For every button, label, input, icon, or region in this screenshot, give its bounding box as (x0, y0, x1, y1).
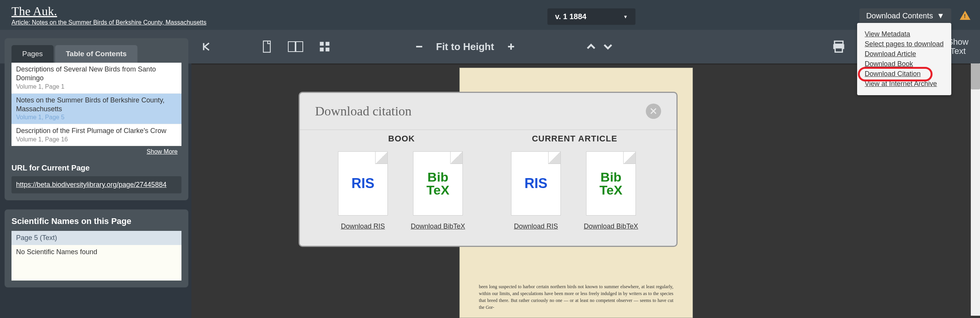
download-bibtex-link[interactable]: Download BibTeX (584, 222, 638, 230)
modal-title: Download citation (315, 104, 412, 118)
page-body-text: been long suspected to harbor certain no… (479, 283, 673, 311)
menu-view-metadata[interactable]: View Metadata (865, 30, 944, 38)
sci-page-label[interactable]: Page 5 (Text) (11, 231, 181, 245)
download-citation-modal: Download citation ✕ BOOK RIS Download RI… (299, 92, 678, 247)
print-icon[interactable] (831, 39, 846, 54)
sci-names-heading: Scientific Names on this Page (11, 216, 181, 226)
download-dropdown-menu: View Metadata Select pages to download D… (857, 23, 951, 95)
sci-none-msg: No Scientific Names found (11, 245, 181, 259)
file-icon[interactable]: BibTeX (413, 151, 463, 216)
page-url[interactable]: https://beta.biodiversitylibrary.org/pag… (11, 176, 181, 193)
book-column: BOOK RIS Download RIS BibTeX Download Bi… (315, 134, 488, 230)
download-ris-link[interactable]: Download RIS (514, 222, 558, 230)
header: The Auk. Article: Notes on the Summer Bi… (0, 0, 980, 30)
vertical-scrollbar[interactable] (971, 63, 980, 316)
svg-rect-3 (320, 42, 324, 46)
download-contents-button[interactable]: Download Contents ▼ (859, 8, 951, 23)
volume-selector[interactable]: v. 1 1884 ▼ (547, 8, 635, 25)
toc-title: Descriptions of Several New Birds from S… (16, 65, 177, 83)
svg-rect-12 (835, 48, 843, 52)
book-ris-item: RIS Download RIS (338, 151, 388, 230)
article-subtitle[interactable]: Article: Notes on the Summer Birds of Be… (11, 19, 206, 26)
toc-list[interactable]: Descriptions of Several New Birds from S… (11, 63, 181, 146)
bibtex-label: BibTeX (426, 170, 449, 196)
sidebar-tabs: Pages Table of Contents (11, 45, 181, 63)
book-heading: BOOK (315, 134, 488, 144)
bibtex-label: BibTeX (599, 170, 622, 196)
svg-rect-4 (326, 42, 330, 46)
article-ris-item: RIS Download RIS (511, 151, 561, 230)
title-block: The Auk. Article: Notes on the Summer Bi… (11, 4, 206, 26)
file-icon[interactable]: RIS (511, 151, 561, 216)
close-icon[interactable]: ✕ (646, 104, 661, 119)
journal-title[interactable]: The Auk. (11, 4, 206, 18)
tab-toc[interactable]: Table of Contents (55, 45, 137, 63)
svg-rect-10 (835, 41, 843, 44)
menu-select-pages[interactable]: Select pages to download (865, 40, 944, 48)
download-bibtex-link[interactable]: Download BibTeX (411, 222, 465, 230)
warning-icon[interactable] (960, 11, 970, 21)
scrollbar-thumb[interactable] (971, 63, 980, 89)
tab-pages[interactable]: Pages (11, 45, 54, 63)
menu-download-book[interactable]: Download Book (865, 60, 944, 68)
ris-label: RIS (524, 177, 547, 190)
svg-rect-5 (320, 48, 324, 52)
book-bibtex-item: BibTeX Download BibTeX (411, 151, 465, 230)
file-icon[interactable]: RIS (338, 151, 388, 216)
svg-rect-2 (296, 42, 303, 52)
sci-names-box: Page 5 (Text) No Scientific Names found (11, 231, 181, 281)
toc-panel: Pages Table of Contents Descriptions of … (5, 38, 188, 200)
zoom-in-icon[interactable] (506, 42, 516, 51)
file-icon[interactable]: BibTeX (586, 151, 636, 216)
menu-download-article[interactable]: Download Article (865, 50, 944, 58)
article-heading: CURRENT ARTICLE (488, 134, 661, 144)
ris-label: RIS (351, 177, 374, 190)
svg-rect-0 (263, 41, 270, 52)
svg-rect-6 (326, 48, 330, 52)
toc-volume: Volume 1, Page 1 (16, 83, 177, 91)
first-page-icon[interactable] (201, 41, 212, 52)
svg-rect-1 (288, 42, 295, 52)
toc-volume: Volume 1, Page 5 (16, 114, 177, 122)
toc-item[interactable]: Description of the First Plumage of Clar… (11, 124, 181, 146)
toc-item-selected[interactable]: Notes on the Summer Birds of Berkshire C… (11, 94, 181, 125)
dropdown-arrow-icon: ▼ (623, 14, 628, 19)
url-label: URL for Current Page (11, 164, 181, 172)
modal-body: BOOK RIS Download RIS BibTeX Download Bi… (300, 130, 676, 246)
modal-header: Download citation ✕ (300, 93, 676, 130)
toc-title: Description of the First Plumage of Clar… (16, 127, 177, 135)
single-page-icon[interactable] (261, 40, 272, 53)
toc-item[interactable]: Descriptions of Several New Birds from S… (11, 63, 181, 94)
menu-view-archive[interactable]: View at Internet Archive (865, 80, 944, 88)
menu-download-citation[interactable]: Download Citation (865, 70, 944, 78)
toc-volume: Volume 1, Page 16 (16, 136, 177, 144)
download-contents-label: Download Contents (866, 11, 933, 20)
fit-mode-label[interactable]: Fit to Height (436, 41, 494, 53)
zoom-out-icon[interactable] (415, 42, 424, 51)
grid-view-icon[interactable] (319, 41, 330, 52)
page-down-icon[interactable] (603, 41, 613, 52)
page-up-icon[interactable] (586, 41, 596, 52)
sidebar: Pages Table of Contents Descriptions of … (5, 38, 188, 297)
download-ris-link[interactable]: Download RIS (341, 222, 385, 230)
dropdown-arrow-icon: ▼ (937, 11, 944, 20)
scientific-names-panel: Scientific Names on this Page Page 5 (Te… (5, 209, 188, 287)
two-page-icon[interactable] (287, 40, 304, 53)
show-more-link[interactable]: Show More (11, 146, 181, 157)
volume-label: v. 1 1884 (555, 12, 586, 21)
page-nav (586, 41, 613, 52)
article-column: CURRENT ARTICLE RIS Download RIS BibTeX … (488, 134, 661, 230)
article-bibtex-item: BibTeX Download BibTeX (584, 151, 638, 230)
toc-title: Notes on the Summer Birds of Berkshire C… (16, 96, 177, 114)
